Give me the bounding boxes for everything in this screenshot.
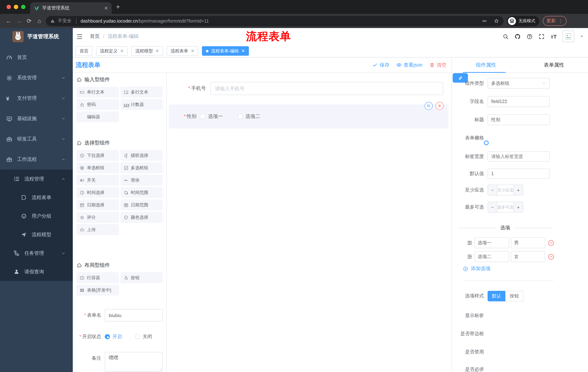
palette-item[interactable]: 多选框组	[120, 162, 163, 173]
resize-handle-icon[interactable]	[158, 367, 162, 371]
status-radio[interactable]: 关闭	[135, 333, 152, 340]
breadcrumb-home[interactable]: 首页	[90, 33, 100, 40]
field-name-input[interactable]	[488, 96, 550, 107]
palette-item[interactable]: 时间选择	[76, 187, 119, 198]
tab-close-icon[interactable]: ✕	[104, 5, 108, 11]
page-tab[interactable]: 流程模型 ✕	[131, 46, 163, 56]
add-option-button[interactable]: 添加选项	[463, 264, 491, 274]
sidebar-item[interactable]: 流程模型	[0, 225, 73, 244]
palette-item[interactable]: 上传	[76, 224, 119, 235]
sidebar-item[interactable]: 任务管理	[0, 244, 73, 262]
sidebar-item[interactable]: 流程管理	[0, 170, 73, 188]
page-tab[interactable]: 流程定义 ✕	[96, 46, 128, 56]
page-tab-close-icon[interactable]: ✕	[155, 48, 159, 53]
status-radio[interactable]: 开启	[105, 333, 122, 340]
duplicate-component-button[interactable]	[425, 102, 433, 110]
form-name-input[interactable]	[105, 309, 163, 321]
sidebar-item[interactable]: ¥ 支付管理	[0, 88, 73, 108]
sidebar-item[interactable]: 用户分组	[0, 207, 73, 225]
save-button[interactable]: 保存	[372, 62, 389, 68]
font-size-icon[interactable]: ᴛT	[551, 33, 557, 40]
window-minimize-button[interactable]	[14, 5, 18, 9]
palette-item[interactable]: 单行文本	[76, 87, 119, 97]
sidebar-item[interactable]: 系统管理	[0, 68, 73, 88]
home-button[interactable]: ⌂	[34, 18, 44, 24]
view-json-button[interactable]: 查看json	[396, 62, 422, 68]
gender-checkbox-option[interactable]: 选项二	[237, 113, 260, 120]
sidebar-logo[interactable]: 芋道管理系统	[0, 28, 73, 45]
palette-item[interactable]: 行容器	[76, 272, 119, 283]
drag-handle-icon[interactable]	[467, 254, 473, 260]
palette-item[interactable]: 123 计数器	[120, 99, 163, 110]
phone-input[interactable]	[210, 82, 443, 95]
remove-option-button[interactable]	[548, 253, 555, 260]
palette-item[interactable]: 颜色选择	[120, 212, 163, 223]
component-type-select[interactable]: 多选框组	[488, 78, 550, 89]
max-select-value[interactable]: 最多可选	[497, 202, 514, 212]
fullscreen-icon[interactable]	[539, 33, 545, 40]
palette-item[interactable]: 下拉选择	[76, 150, 119, 161]
reload-button[interactable]: ⟳	[24, 18, 34, 24]
canvas-field-gender-selected[interactable]: *性别 选项一 选项二	[169, 105, 448, 128]
password-key-icon[interactable]	[482, 18, 487, 24]
default-value-input[interactable]	[488, 169, 550, 179]
canvas-field-phone[interactable]: *手机号	[169, 82, 443, 95]
sidebar-item[interactable]: 工作流程	[0, 149, 73, 170]
tab-component-props[interactable]: 组件属性	[452, 57, 520, 73]
tab-form-props[interactable]: 表单属性	[520, 57, 588, 73]
page-tab[interactable]: 流程表单-编辑 ✕	[202, 46, 249, 56]
sidebar-item[interactable]: 首页	[0, 47, 73, 68]
help-icon[interactable]	[527, 33, 533, 40]
palette-item[interactable]: 滑块	[120, 175, 163, 186]
window-maximize-button[interactable]	[21, 5, 25, 9]
forward-button[interactable]: →	[14, 18, 24, 24]
checkbox-icon[interactable]	[237, 114, 242, 119]
slider-knob[interactable]	[484, 140, 489, 145]
github-icon[interactable]	[515, 33, 521, 40]
option-label-input[interactable]	[474, 237, 509, 248]
palette-item[interactable]: 时间范围	[120, 187, 163, 198]
option-label-input[interactable]	[474, 251, 509, 262]
stepper-increase-button[interactable]: +	[514, 202, 523, 212]
stepper-decrease-button[interactable]: −	[488, 185, 497, 195]
window-close-button[interactable]	[7, 5, 11, 9]
page-tab[interactable]: 流程表单 ✕	[167, 46, 198, 56]
collapse-menu-icon[interactable]	[76, 33, 83, 40]
browser-menu-icon[interactable]: ⋮	[558, 18, 563, 24]
update-button[interactable]: 更新 ⋮	[543, 16, 567, 26]
sidebar-item[interactable]: 研发工具	[0, 129, 73, 149]
palette-item[interactable]: 级联选择	[120, 150, 163, 161]
avatar[interactable]	[563, 31, 574, 42]
gender-checkbox-option[interactable]: 选项一	[200, 113, 223, 120]
delete-component-button[interactable]	[436, 102, 443, 110]
style-button-button[interactable]: 按钮	[505, 291, 524, 301]
palette-item[interactable]: 评分	[76, 212, 119, 223]
palette-item[interactable]: 按钮	[120, 272, 163, 283]
page-tab[interactable]: 首页	[76, 46, 92, 56]
palette-item[interactable]: 开关	[76, 175, 119, 186]
palette-item[interactable]: 密码	[76, 99, 119, 110]
palette-item[interactable]: 日期范围	[120, 200, 163, 210]
page-tab-close-icon[interactable]: ✕	[120, 48, 124, 53]
page-tab-close-icon[interactable]: ✕	[241, 48, 245, 53]
remove-option-button[interactable]	[548, 239, 555, 246]
drag-handle-icon[interactable]	[467, 240, 473, 246]
palette-item[interactable]: 日期选择	[76, 200, 119, 210]
new-tab-button[interactable]: +	[116, 3, 120, 11]
sidebar-item[interactable]: 请假查询	[0, 262, 73, 281]
label-width-input[interactable]	[488, 151, 550, 162]
address-bar[interactable]: 不安全 dashboard.yudao.iocoder.cn/bpm/manag…	[46, 16, 504, 26]
option-value-input[interactable]	[511, 251, 545, 262]
palette-item[interactable]: 表格[开发中]	[76, 285, 119, 296]
checkbox-icon[interactable]	[200, 114, 205, 119]
stepper-decrease-button[interactable]: −	[488, 202, 497, 212]
sidebar-item[interactable]: 流程表单	[0, 188, 73, 207]
page-tab-close-icon[interactable]: ✕	[191, 48, 194, 53]
avatar-caret-icon[interactable]	[580, 35, 584, 38]
url-text[interactable]: dashboard.yudao.iocoder.cn/bpm/manager/f…	[81, 18, 209, 23]
title-input[interactable]	[488, 114, 550, 125]
security-label[interactable]: 不安全	[58, 18, 72, 24]
back-button[interactable]: ←	[4, 18, 14, 24]
palette-item[interactable]: 多行文本	[120, 87, 163, 97]
search-icon[interactable]	[503, 33, 509, 40]
